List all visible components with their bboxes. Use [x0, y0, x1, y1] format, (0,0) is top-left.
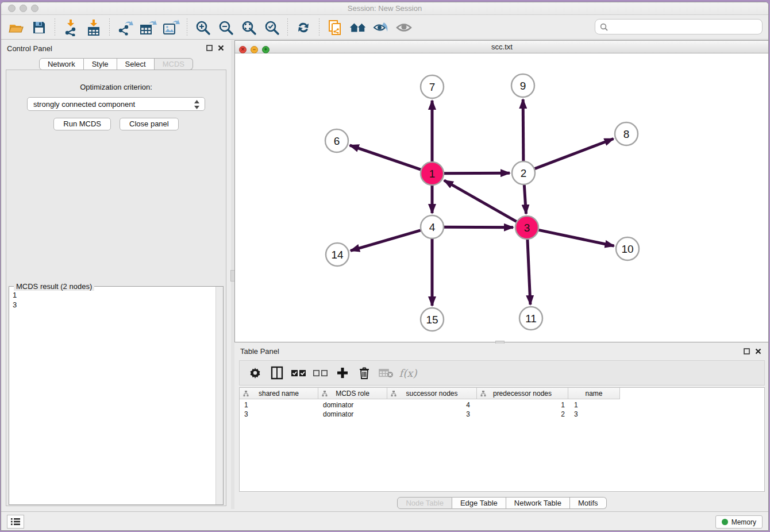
deselect-all-icon[interactable]: [311, 364, 330, 381]
mcds-result-line: 3: [13, 300, 211, 310]
select-all-icon[interactable]: [289, 364, 309, 381]
export-table-icon[interactable]: [139, 18, 157, 37]
network-window-title: scc.txt: [235, 43, 769, 51]
save-session-icon[interactable]: [30, 18, 48, 37]
optimization-criterion-label: Optimization criterion:: [6, 83, 226, 91]
graph-node-label-7: 7: [429, 81, 436, 93]
window-titlebar: Session: New Session: [1, 2, 768, 15]
add-column-icon[interactable]: [333, 364, 352, 381]
result-scrollbar[interactable]: [215, 287, 223, 504]
open-session-icon[interactable]: [7, 18, 25, 37]
graph-node-label-4: 4: [429, 221, 436, 233]
mcds-result-box: MCDS result (2 nodes) 1 3: [9, 286, 224, 505]
run-mcds-button[interactable]: Run MCDS: [53, 118, 111, 130]
delete-column-icon[interactable]: [355, 364, 374, 381]
cell-name: 3: [568, 410, 620, 419]
memory-status-icon: [722, 519, 728, 525]
graph-edge-2-9[interactable]: [523, 99, 523, 161]
graph-edge-2-3[interactable]: [524, 185, 526, 214]
column-header-name[interactable]: name: [568, 388, 620, 399]
column-visibility-icon[interactable]: [267, 364, 287, 381]
graph-edge-1-2[interactable]: [444, 173, 510, 174]
table-toolbar: f(x): [239, 360, 765, 385]
delete-table-icon[interactable]: [376, 364, 396, 381]
table-options-icon[interactable]: [245, 364, 265, 381]
control-panel-tabs: Network Style Select MCDS: [1, 58, 231, 70]
apply-layout-icon[interactable]: [294, 18, 313, 37]
node-table: shared name MCDS role successor nodes pr…: [239, 387, 765, 492]
close-table-panel-icon[interactable]: [755, 348, 761, 354]
close-panel-button[interactable]: Close panel: [120, 118, 179, 130]
tab-style[interactable]: Style: [84, 58, 117, 70]
window-title: Session: New Session: [1, 4, 768, 13]
graph-node-label-6: 6: [334, 135, 340, 147]
zoom-in-icon[interactable]: [194, 18, 212, 37]
status-bar: Memory: [1, 511, 768, 531]
network-canvas[interactable]: 7968124314101511: [235, 53, 769, 342]
mcds-result-list[interactable]: 1 3: [9, 288, 215, 504]
graph-node-label-2: 2: [521, 167, 527, 179]
main-toolbar: [1, 16, 768, 40]
search-field[interactable]: [595, 19, 763, 34]
close-panel-icon[interactable]: [218, 45, 224, 51]
import-network-icon[interactable]: [61, 18, 80, 37]
graph-node-label-15: 15: [426, 314, 438, 326]
network-window-titlebar: ✕−+ scc.txt: [235, 41, 769, 53]
cell-predecessor-nodes: 1: [477, 401, 568, 410]
table-panel-title: Table Panel: [240, 347, 279, 356]
table-header-row: shared name MCDS role successor nodes pr…: [240, 388, 764, 399]
column-header-successor-nodes[interactable]: successor nodes: [387, 388, 477, 399]
tab-mcds[interactable]: MCDS: [155, 58, 193, 70]
tab-edge-table[interactable]: Edge Table: [452, 497, 506, 509]
search-input[interactable]: [611, 22, 762, 31]
zoom-out-icon[interactable]: [217, 18, 235, 37]
dropdown-stepper-icon: [194, 99, 200, 111]
export-network-icon[interactable]: [116, 18, 134, 37]
duplicate-network-icon[interactable]: [326, 18, 344, 37]
graph-node-label-3: 3: [524, 222, 530, 234]
control-panel-header: Control Panel: [1, 40, 231, 57]
mcds-result-line: 1: [13, 290, 211, 300]
graph-node-label-9: 9: [520, 80, 526, 92]
graph-node-label-11: 11: [525, 313, 537, 325]
graph-edge-1-6[interactable]: [350, 145, 421, 169]
column-header-shared-name[interactable]: shared name: [240, 388, 318, 399]
graph-edge-3-10[interactable]: [539, 230, 614, 246]
float-table-panel-icon[interactable]: [744, 348, 750, 354]
hide-style-icon[interactable]: [372, 18, 390, 37]
tab-select[interactable]: Select: [117, 58, 155, 70]
task-list-icon: [11, 518, 20, 526]
tab-node-table[interactable]: Node Table: [397, 497, 452, 509]
column-header-mcds-role[interactable]: MCDS role: [318, 388, 387, 399]
export-image-icon[interactable]: [162, 18, 180, 37]
table-row[interactable]: 3 dominator 3 2 3: [240, 410, 764, 419]
cell-successor-nodes: 3: [387, 410, 477, 419]
cell-shared-name: 3: [240, 410, 318, 419]
network-view-window: ✕−+ scc.txt 7968124314101511: [234, 40, 769, 342]
graph-edge-3-1[interactable]: [444, 180, 517, 222]
cell-predecessor-nodes: 2: [477, 410, 568, 419]
graph-edge-3-11[interactable]: [528, 240, 530, 304]
application-window: Session: New Session: [1, 2, 769, 531]
graph-edge-2-8[interactable]: [535, 139, 614, 169]
preview-eye-icon[interactable]: [395, 18, 413, 37]
optimization-criterion-dropdown[interactable]: strongly connected component: [27, 97, 205, 111]
tab-motifs[interactable]: Motifs: [570, 497, 607, 509]
graph-node-label-8: 8: [623, 128, 630, 140]
task-history-button[interactable]: [7, 515, 24, 529]
memory-button[interactable]: Memory: [715, 515, 763, 529]
tab-network[interactable]: Network: [39, 58, 84, 70]
import-table-icon[interactable]: [84, 18, 103, 37]
graph-node-label-1: 1: [429, 168, 436, 180]
graph-edge-4-3[interactable]: [444, 227, 513, 228]
graph-edge-4-14[interactable]: [351, 230, 421, 250]
column-header-predecessor-nodes[interactable]: predecessor nodes: [477, 388, 568, 399]
table-row[interactable]: 1 dominator 4 1 1: [240, 401, 764, 410]
tab-network-table[interactable]: Network Table: [506, 497, 570, 509]
float-panel-icon[interactable]: [206, 45, 213, 51]
zoom-fit-icon[interactable]: [240, 18, 258, 37]
control-panel: Control Panel Network Style Select MCDS …: [1, 40, 231, 509]
home-view-icon[interactable]: [349, 18, 367, 37]
apply-function-icon[interactable]: f(x): [398, 364, 418, 381]
zoom-selected-icon[interactable]: [263, 18, 281, 37]
